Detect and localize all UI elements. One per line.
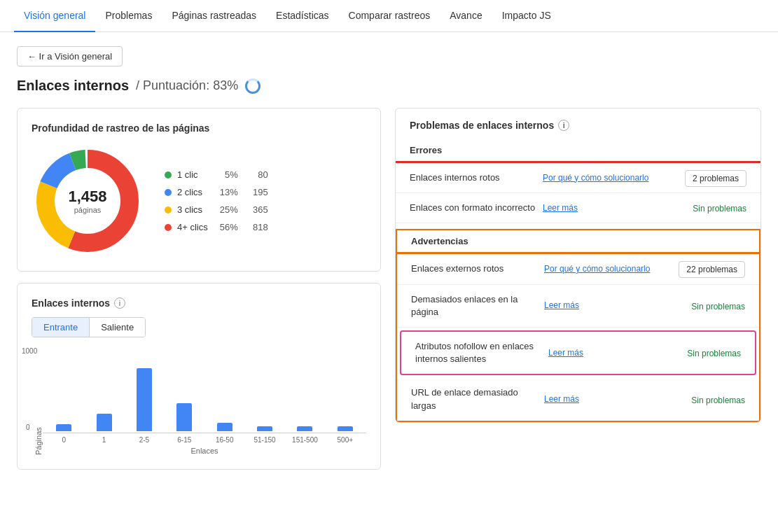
legend-pct-1: 5% [214,169,238,180]
nav-item-estadisticas[interactable]: Estadísticas [266,0,338,32]
donut-section: 1,458 páginas 1 clic 5% 80 [32,145,366,257]
issue-name-5: Atributos nofollow en enlaces internos s… [415,340,541,365]
internal-links-title: Enlaces internos [32,298,110,309]
issue-row-demasiados: Demasiados enlaces en la página Leer más… [397,285,759,328]
legend-text-3: 3 clics [177,204,208,215]
nav-item-comparar[interactable]: Comparar rastreos [339,0,440,32]
x-tick-0: 0 [46,436,82,444]
x-tick-6-15: 6-15 [166,436,202,444]
page-title: Enlaces internos [17,78,129,94]
issue-row-externos: Enlaces externos rotos Por qué y cómo so… [397,254,759,284]
issue-name-1: Enlaces internos rotos [410,172,536,184]
legend-pct-3: 25% [214,204,238,215]
legend-item-4: 4+ clics 56% 818 [165,222,268,232]
legend-text-2: 2 clics [177,187,208,197]
legend-text-4: 4+ clics [177,222,208,232]
bar-151-500 [286,426,323,431]
legend-item-2: 2 clics 13% 195 [165,187,268,197]
issue-name-6: URL de enlace demasiado largas [411,386,537,412]
issue-link-2[interactable]: Leer más [543,202,686,214]
internal-links-card: Enlaces internos i Entrante Saliente Pág… [17,283,381,470]
legend-count-2: 195 [244,187,268,197]
issue-link-1[interactable]: Por qué y cómo solucionarlo [543,172,678,184]
legend-pct-4: 56% [214,222,238,232]
x-tick-151-500: 151-500 [286,436,323,444]
bar-1 [85,414,122,431]
y-tick-1000: 1000 [22,347,37,355]
issue-row-urls-largas: URL de enlace demasiado largas Leer más … [397,378,759,420]
donut-card: Profundidad de rastreo de las páginas [17,108,381,272]
donut-chart: 1,458 páginas [32,145,144,257]
legend-count-3: 365 [244,204,268,215]
nav-item-impacto[interactable]: Impacto JS [492,0,561,32]
issue-link-6[interactable]: Leer más [544,393,684,405]
badge-3: 22 problemas [679,261,745,278]
issues-panel-title-text: Problemas de enlaces internos [410,120,554,131]
x-tick-500plus: 500+ [327,436,363,444]
legend-text-1: 1 clic [177,169,208,180]
two-col-layout: Profundidad de rastreo de las páginas [17,108,761,470]
bar-chart-area: Páginas 1000 0 [32,347,366,455]
donut-center: 1,458 páginas [68,188,106,214]
section-errores: Errores [396,139,760,163]
issue-link-3[interactable]: Por qué y cómo solucionarlo [544,263,672,275]
highlighted-row: Atributos nofollow en enlaces internos s… [400,330,756,375]
issues-panel-title: Problemas de enlaces internos i [396,108,760,139]
page-title-row: Enlaces internos / Puntuación: 83% [17,78,761,94]
donut-card-title: Profundidad de rastreo de las páginas [32,122,366,134]
issues-panel: Problemas de enlaces internos i Errores … [395,108,761,423]
bar-6-15 [166,403,202,431]
section-advertencias: Advertencias [397,230,759,254]
sin-problemas-2: Sin problemas [693,204,746,214]
issue-link-5[interactable]: Leer más [548,347,680,359]
bar-51-150 [246,426,283,431]
internal-links-title-row: Enlaces internos i [32,298,366,309]
issue-badge-3: 22 problemas [679,263,745,274]
issue-name-4: Demasiados enlaces en la página [411,293,537,318]
back-button[interactable]: ← Ir a Visión general [17,46,123,66]
issue-status-4: Sin problemas [691,300,745,312]
score-icon [245,78,261,94]
sin-problemas-4: Sin problemas [691,302,745,312]
donut-legend: 1 clic 5% 80 2 clics 13% 195 3 cli [165,169,268,232]
legend-count-4: 818 [244,222,268,232]
legend-item-3: 3 clics 25% 365 [165,204,268,215]
legend-item-1: 1 clic 5% 80 [165,169,268,180]
x-tick-16-50: 16-50 [207,436,243,444]
sin-problemas-5: Sin problemas [687,349,741,358]
badge-1: 2 problemas [685,170,746,187]
x-tick-2-5: 2-5 [126,436,162,444]
tab-saliente[interactable]: Saliente [90,318,145,337]
sin-problemas-6: Sin problemas [691,396,745,405]
legend-dot-4 [165,224,172,231]
legend-dot-2 [165,189,172,196]
legend-pct-2: 13% [214,187,238,197]
issue-badge-1: 2 problemas [685,172,746,183]
x-axis-label: Enlaces [43,447,366,455]
tab-entrante[interactable]: Entrante [32,318,90,337]
score-label: / Puntuación: 83% [136,78,238,93]
issue-name-2: Enlaces con formato incorrecto [410,202,536,214]
legend-dot-1 [165,172,172,178]
chart-area: 1000 0 [43,347,366,455]
nav-item-problemas[interactable]: Problemas [95,0,162,32]
issue-name-3: Enlaces externos rotos [411,262,537,275]
nav-item-vision-general[interactable]: Visión general [14,0,95,32]
legend-count-1: 80 [244,169,268,180]
bar-2-5 [126,368,162,431]
info-icon-links[interactable]: i [114,298,125,309]
left-column: Profundidad de rastreo de las páginas [17,108,381,470]
info-icon-issues[interactable]: i [558,120,569,131]
nav-item-avance[interactable]: Avance [440,0,492,32]
nav-item-paginas[interactable]: Páginas rastreadas [162,0,266,32]
x-tick-1: 1 [85,436,122,444]
donut-label: páginas [68,206,106,214]
bar-16-50 [207,423,243,431]
bar-0 [46,424,82,431]
issue-status-6: Sin problemas [691,394,745,405]
issue-row-rotos: Enlaces internos rotos Por qué y cómo so… [396,163,760,193]
issue-status-5: Sin problemas [687,347,741,358]
issue-link-4[interactable]: Leer más [544,300,684,312]
top-nav: Visión general Problemas Páginas rastrea… [0,0,778,32]
issue-row-nofollow: Atributos nofollow en enlaces internos s… [401,332,755,374]
